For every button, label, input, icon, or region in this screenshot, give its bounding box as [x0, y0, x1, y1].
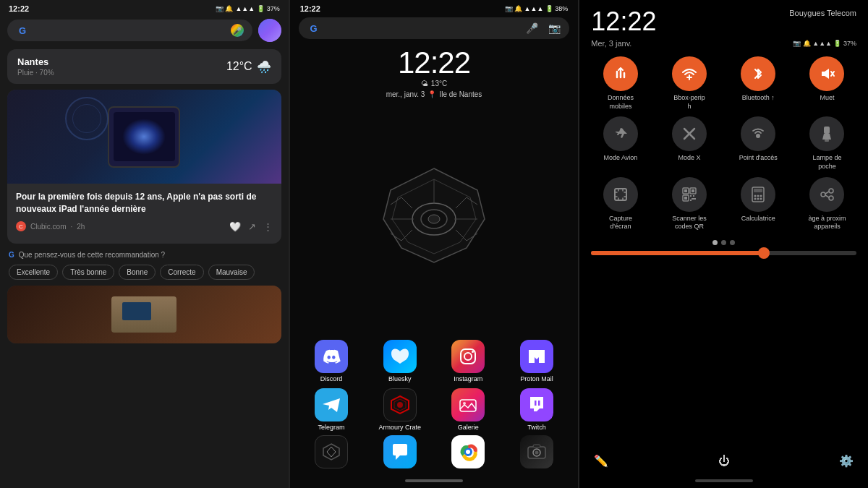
- brightness-track[interactable]: [591, 251, 856, 255]
- qs-tile-airplane: Mode Avion: [588, 116, 652, 171]
- google-logo-2: G: [307, 22, 320, 35]
- news-card-2[interactable]: [7, 286, 281, 343]
- qs-tile-mute-btn[interactable]: [809, 56, 844, 91]
- qs-tile-airplane-btn[interactable]: [603, 116, 638, 151]
- weather-city: Nantes: [17, 56, 54, 67]
- qs-tile-modex-btn[interactable]: [672, 116, 707, 151]
- app-label-instagram: Instagram: [454, 375, 482, 382]
- svg-rect-16: [535, 401, 537, 406]
- app-icon-nebula[interactable]: [310, 435, 352, 471]
- news-content-1: Pour la première fois depuis 12 ans, App…: [7, 184, 281, 244]
- app-icon-chrome[interactable]: [447, 435, 489, 471]
- app-icon-armory[interactable]: Armoury Crate: [379, 388, 421, 431]
- signal-icon-1: ▲▲▲: [235, 5, 255, 12]
- svg-rect-45: [754, 189, 762, 192]
- home-indicator-bar-3: [695, 479, 753, 482]
- app-icon-bluesky[interactable]: Bluesky: [379, 340, 421, 382]
- camera-icon-2[interactable]: 📷: [548, 22, 561, 34]
- feedback-btn-excellent[interactable]: Excellente: [9, 265, 58, 280]
- app-icon-telegram[interactable]: Telegram: [310, 388, 352, 431]
- svg-point-4: [428, 215, 440, 223]
- app-row-3: [290, 434, 579, 474]
- status-bar-1: 12:22 📷 🔔 ▲▲▲ 🔋 37%: [0, 0, 289, 14]
- feedback-btn-correcte[interactable]: Correcte: [160, 265, 203, 280]
- qs-tile-screenshot-btn[interactable]: [603, 177, 638, 212]
- qs-tile-torch-btn[interactable]: [809, 116, 844, 151]
- status-bar-2: 12:22 📷 🔔 ▲▲▲ 🔋 38%: [290, 0, 579, 14]
- weather-card-1[interactable]: Nantes Pluie · 70% 12°C 🌧️: [7, 49, 281, 84]
- qs-edit-icon[interactable]: ✏️: [594, 454, 608, 468]
- svg-line-56: [825, 195, 829, 197]
- qs-tile-qr-btn[interactable]: [672, 177, 707, 212]
- qs-tile-data-label: Donnéesmobiles: [608, 94, 634, 111]
- qs-settings-icon[interactable]: ⚙️: [839, 454, 854, 468]
- like-icon[interactable]: 🤍: [229, 221, 241, 232]
- svg-line-55: [825, 192, 829, 194]
- qs-dot-3: [730, 240, 735, 245]
- qs-tile-data: Donnéesmobiles: [588, 56, 652, 111]
- more-icon[interactable]: ⋮: [263, 221, 273, 232]
- qs-time: 12:22: [591, 9, 656, 35]
- search-bar-row-1: G 🎤: [0, 14, 289, 46]
- app-icon-discord[interactable]: Discord: [310, 340, 352, 382]
- qs-carrier: Bouygues Telecom: [789, 9, 856, 17]
- qs-date: Mer, 3 janv.: [591, 39, 631, 48]
- google-search-bar-2[interactable]: G 🎤 📷: [299, 17, 570, 39]
- qs-tile-bluetooth-btn[interactable]: [741, 56, 775, 91]
- weather-condition: Pluie · 70%: [17, 69, 54, 77]
- user-avatar-1[interactable]: [258, 19, 281, 42]
- news-card-1[interactable]: Pour la première fois depuis 12 ans, App…: [7, 90, 281, 244]
- source-name: Clubic.com: [30, 223, 66, 231]
- qs-status-icons: 📷 🔔 ▲▲▲ 🔋 37%: [793, 40, 856, 47]
- app-icon-protonmail[interactable]: Proton Mail: [516, 340, 558, 382]
- svg-rect-17: [538, 401, 540, 406]
- svg-rect-32: [825, 140, 829, 142]
- nebula-icon: [315, 435, 348, 468]
- qs-tile-mute-label: Muet: [820, 94, 834, 103]
- svg-rect-31: [824, 127, 830, 134]
- ipad-glow: [122, 119, 166, 155]
- qs-tile-torch: Lampe depoche: [795, 116, 859, 171]
- svg-point-9: [464, 353, 472, 360]
- news-source-1: C Clubic.com · 2h 🤍 ↗ ⋮: [16, 221, 273, 232]
- qs-tile-data-btn[interactable]: [603, 56, 638, 91]
- qs-tile-nearby-btn[interactable]: [809, 177, 844, 212]
- feedback-btn-tresbonne[interactable]: Très bonne: [62, 265, 114, 280]
- app-icon-cam[interactable]: [516, 435, 558, 471]
- screen-google-feed: 12:22 📷 🔔 ▲▲▲ 🔋 37% G 🎤 Nantes Pluie · 7…: [0, 0, 290, 488]
- google-search-bar-1[interactable]: G 🎤: [7, 20, 252, 41]
- qs-tile-qr-label: Scanner lescodes QR: [672, 215, 707, 231]
- feedback-btn-mauvaise[interactable]: Mauvaise: [208, 265, 255, 280]
- qs-tile-calc-label: Calculatrice: [741, 215, 775, 223]
- app-icon-speek[interactable]: [379, 435, 421, 471]
- qs-tile-bbox: Bbox-periph: [658, 56, 722, 111]
- qs-tile-bbox-btn[interactable]: [672, 56, 707, 91]
- instagram-icon: [451, 340, 485, 373]
- clock-location: Ile de Nantes: [439, 90, 482, 98]
- telegram-icon: [315, 388, 348, 421]
- deco-ring-2: [72, 104, 101, 133]
- svg-point-48: [760, 194, 762, 197]
- app-icon-instagram[interactable]: Instagram: [447, 340, 489, 382]
- app-icon-galerie[interactable]: Galerie: [447, 388, 489, 431]
- qs-tile-calc-btn[interactable]: [741, 177, 775, 212]
- status-icons-text-1: 📷 🔔: [216, 5, 234, 12]
- qs-dot-1: [712, 240, 718, 245]
- svg-point-46: [754, 194, 757, 197]
- share-icon[interactable]: ↗: [248, 221, 256, 232]
- feedback-btn-bonne[interactable]: Bonne: [119, 265, 156, 280]
- bluesky-icon: [383, 340, 417, 373]
- qs-tile-modex: Mode X: [658, 116, 722, 171]
- mic-icon-2[interactable]: 🎤: [526, 22, 538, 34]
- clock-date: mer., janv. 3 📍 Ile de Nantes: [290, 90, 579, 98]
- svg-point-51: [760, 197, 762, 200]
- qs-tile-hotspot-btn[interactable]: [741, 116, 775, 151]
- qs-footer: ✏️ ⏻ ⚙️: [579, 448, 868, 474]
- brightness-thumb[interactable]: [758, 247, 770, 259]
- screen-quick-settings: 12:22 Bouygues Telecom Mer, 3 janv. 📷 🔔 …: [579, 0, 868, 488]
- qs-power-icon[interactable]: ⏻: [718, 455, 730, 468]
- mic-icon-1[interactable]: 🎤: [231, 24, 244, 37]
- app-icon-twitch[interactable]: Twitch: [516, 388, 558, 431]
- g-icon-small: G: [9, 251, 14, 259]
- search-bar-row-2: G 🎤 📷: [290, 14, 579, 42]
